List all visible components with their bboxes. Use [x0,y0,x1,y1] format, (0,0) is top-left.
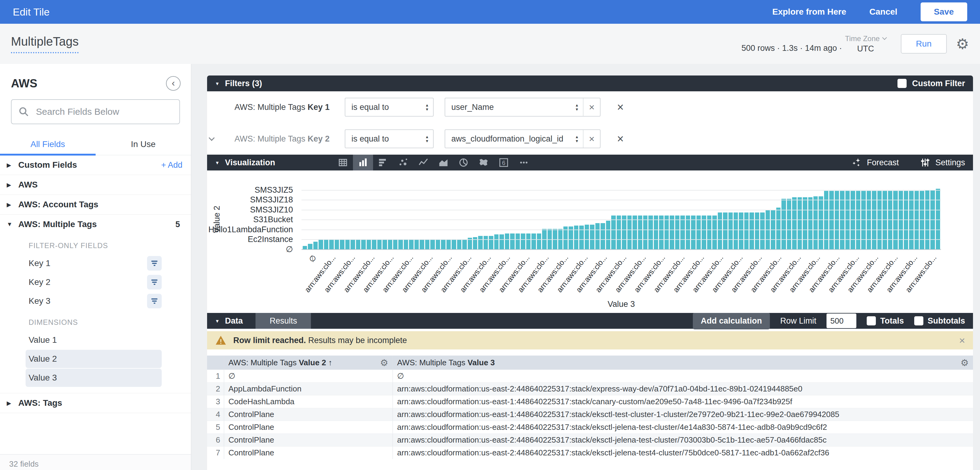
bar[interactable] [350,239,355,249]
sidebar-item-aws[interactable]: ▶AWS [0,175,191,195]
filter-by-field-button[interactable] [147,294,162,308]
bar[interactable] [776,208,781,249]
bar[interactable] [388,239,392,249]
bar[interactable] [382,239,387,249]
bar[interactable] [739,213,743,249]
bar[interactable] [760,213,764,249]
bar[interactable] [670,216,674,249]
field-item-key-2[interactable]: Key 2 [25,273,162,291]
timezone-selector[interactable]: Time Zone [845,34,886,43]
filter-by-field-button[interactable] [147,275,162,289]
field-item-value-1[interactable]: Value 1 [25,331,162,349]
bar[interactable] [473,237,477,249]
bar[interactable] [781,199,786,249]
bar[interactable] [787,199,791,249]
table-row[interactable]: 2AppLambdaFunctionarn:aws:cloudformation… [207,382,973,395]
bar[interactable] [819,196,823,249]
table-row[interactable]: 5ControlPlanearn:aws:cloudformation:us-e… [207,421,973,433]
add-calculation-button[interactable]: Add calculation [693,313,770,329]
bar[interactable] [447,239,451,249]
bar[interactable] [622,216,626,249]
bar[interactable] [489,236,493,249]
more-chart-types-icon[interactable] [514,155,534,170]
bar[interactable] [409,239,413,249]
bar[interactable] [537,233,541,249]
table-chart-icon[interactable] [333,155,353,170]
column-header-value-2[interactable]: AWS: Multiple Tags Value 2 ↑⚙ [224,356,393,370]
bar[interactable] [505,233,509,249]
bar[interactable] [361,239,366,249]
bar[interactable] [404,239,408,249]
bar[interactable] [707,216,711,249]
bar[interactable] [521,233,525,249]
query-title[interactable]: MultipleTags [11,35,79,53]
bar[interactable] [808,197,813,249]
bar[interactable] [729,213,733,249]
sidebar-item-aws-account-tags[interactable]: ▶AWS: Account Tags [0,195,191,214]
filter-operator-select[interactable]: is equal to▴▾ [345,129,434,148]
bar[interactable] [579,225,584,249]
area-chart-icon[interactable] [433,155,453,170]
bar[interactable] [590,225,594,249]
line-chart-icon[interactable] [413,155,433,170]
bar[interactable] [712,216,717,249]
totals-checkbox[interactable] [867,316,876,326]
bar[interactable] [792,197,796,249]
filter-value-input[interactable]: user_Name▴▾× [445,98,601,117]
row-limit-input[interactable] [827,314,856,328]
sidebar-item-aws-tags[interactable]: ▶AWS: Tags [0,393,191,413]
bar[interactable] [798,197,802,249]
bar[interactable] [340,239,344,249]
remove-filter-icon[interactable]: × [617,132,624,146]
bar[interactable] [654,216,658,249]
bar[interactable] [702,216,706,249]
bar[interactable] [367,239,371,249]
bar[interactable] [430,239,434,249]
column-header-value-3[interactable]: AWS: Multiple Tags Value 3⚙ [393,356,973,370]
bar[interactable] [659,216,663,249]
bar[interactable] [500,234,504,249]
column-chart-icon[interactable] [353,155,373,170]
bar[interactable] [601,223,605,249]
bar[interactable] [484,236,488,249]
bar[interactable] [494,234,498,249]
bar[interactable] [723,213,727,249]
bar[interactable] [526,233,530,249]
remove-filter-icon[interactable]: × [617,101,624,114]
custom-filter-checkbox[interactable] [897,79,907,88]
cancel-button[interactable]: Cancel [869,7,897,17]
bar[interactable] [420,239,424,249]
bar[interactable] [308,244,312,249]
bar[interactable] [398,239,402,249]
bar[interactable] [515,233,520,249]
bar[interactable] [441,239,445,249]
bar[interactable] [436,239,440,249]
bar[interactable] [936,189,940,249]
collapse-sidebar-icon[interactable]: ‹ [166,76,181,91]
bar[interactable] [643,216,648,249]
forecast-button[interactable]: Forecast [851,157,899,168]
table-row[interactable]: 6ControlPlanearn:aws:cloudformation:us-e… [207,433,973,446]
bar-chart-icon[interactable] [373,155,393,170]
field-item-value-3[interactable]: Value 3 [25,368,162,387]
bar[interactable] [749,213,754,249]
bar[interactable] [595,223,600,249]
sidebar-item-custom-fields[interactable]: ▶Custom Fields+ Add [0,155,191,175]
clear-value-icon[interactable]: × [584,133,600,144]
bar[interactable] [510,233,514,249]
filters-header[interactable]: ▼ Filters (3) Custom Filter [207,76,973,91]
tab-all-fields[interactable]: All Fields [0,138,95,155]
bar[interactable] [318,239,323,249]
bar[interactable] [606,221,610,249]
bar[interactable] [324,239,328,249]
clear-value-icon[interactable]: × [584,102,600,113]
bar[interactable] [686,216,690,249]
column-gear-icon[interactable]: ⚙ [380,357,388,368]
data-header[interactable]: ▼ Data Results Add calculation Row Limit… [207,313,973,329]
bar[interactable] [457,239,461,249]
bar[interactable] [617,216,621,249]
tab-results[interactable]: Results [256,313,311,329]
bar[interactable] [744,213,749,249]
bar[interactable] [648,216,652,249]
run-button[interactable]: Run [901,34,947,54]
